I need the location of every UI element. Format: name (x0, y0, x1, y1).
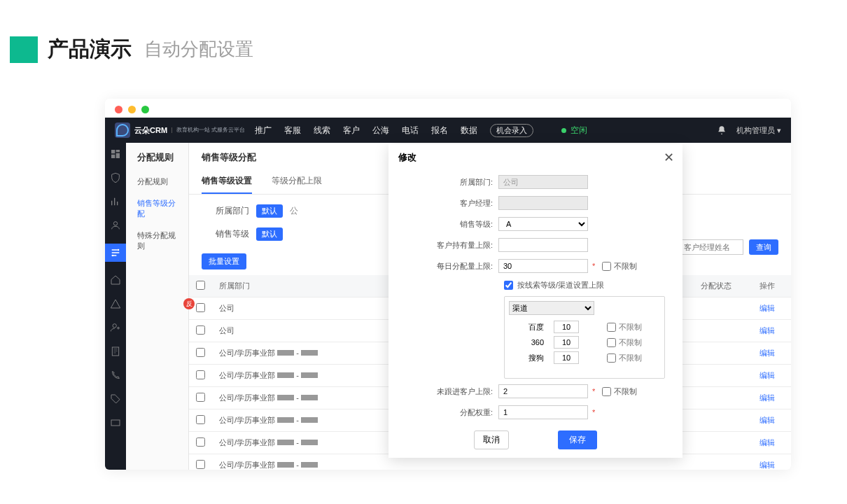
modal-level-select[interactable]: A (498, 217, 588, 231)
maximize-dot[interactable] (141, 106, 149, 113)
user-role-text: 机构管理员 (736, 125, 775, 136)
row-check[interactable] (196, 326, 205, 335)
row-check[interactable] (196, 438, 205, 447)
nav-signup[interactable]: 报名 (431, 125, 448, 136)
row-check[interactable] (196, 348, 205, 357)
cell-dept: 公司/学历事业部 - (212, 432, 366, 454)
modal-hold-input[interactable] (498, 238, 588, 252)
rail-shield-icon[interactable] (110, 172, 121, 183)
page-title: 产品演示 (48, 35, 132, 64)
close-icon[interactable]: ✕ (664, 150, 674, 165)
cell-dept: 公司/学历事业部 - (212, 342, 366, 365)
rail-card-icon[interactable] (110, 417, 121, 428)
row-check[interactable] (196, 460, 205, 469)
filter-level-default[interactable]: 默认 (256, 227, 283, 241)
channel-limit-input[interactable] (554, 336, 579, 349)
modal-actions: 取消 保存 (388, 430, 682, 458)
sub-item-sales-level[interactable]: 销售等级分配 (126, 192, 188, 225)
channel-nolimit-check[interactable]: 不限制 (607, 322, 642, 332)
opportunity-pill[interactable]: 机会录入 (490, 124, 533, 137)
check-all[interactable] (196, 281, 205, 290)
rail-tag-icon[interactable] (110, 393, 121, 405)
modal-daily-input[interactable] (498, 259, 588, 273)
rail-warn-icon[interactable] (110, 298, 121, 309)
edit-link[interactable]: 编辑 (760, 438, 775, 447)
edit-link[interactable]: 编辑 (760, 371, 775, 379)
topbar-right: 机构管理员 ▾ (717, 125, 781, 136)
edit-link[interactable]: 编辑 (760, 349, 775, 357)
batch-set-button[interactable]: 批量设置 (202, 253, 246, 270)
save-button[interactable]: 保存 (558, 430, 597, 449)
user-role[interactable]: 机构管理员 ▾ (736, 125, 781, 136)
rail-phone-icon[interactable] (110, 370, 121, 381)
side-rail (105, 143, 126, 470)
nav-customers[interactable]: 客户 (343, 125, 360, 136)
nav-service[interactable]: 客服 (284, 125, 301, 136)
filter-dept-label: 所属部门 (216, 205, 249, 217)
channel-limit-input[interactable] (554, 321, 579, 333)
rail-doc-icon[interactable] (110, 346, 121, 357)
logo[interactable]: 云朵CRM 教育机构一站 式服务云平台 (115, 122, 245, 138)
channel-limit-input[interactable] (554, 351, 579, 364)
nav-phone[interactable]: 电话 (402, 125, 419, 136)
channel-select[interactable]: 渠道 (509, 301, 594, 315)
by-channel-check[interactable] (504, 281, 513, 290)
search-input[interactable] (679, 239, 743, 255)
status-dot-icon (561, 128, 566, 133)
search-button[interactable]: 查询 (749, 239, 778, 255)
modal-level-label: 销售等级: (434, 219, 498, 230)
rail-home-icon[interactable] (110, 274, 121, 286)
rail-dashboard-icon[interactable] (110, 148, 121, 160)
required-marker: * (592, 262, 595, 270)
edit-link[interactable]: 编辑 (760, 326, 775, 335)
nav-promo[interactable]: 推广 (255, 125, 272, 136)
cancel-button[interactable]: 取消 (474, 430, 509, 449)
svg-point-3 (113, 324, 116, 328)
svg-point-0 (113, 222, 117, 225)
channel-name: 360 (509, 338, 548, 346)
nofollow-nolimit-check[interactable]: 不限制 (602, 386, 637, 397)
modal-nofollow-input[interactable] (498, 384, 588, 398)
row-check[interactable] (196, 415, 205, 424)
rail-settings-icon[interactable] (105, 244, 126, 262)
rail-user-icon[interactable] (110, 220, 121, 231)
modal-title: 修改 (388, 144, 682, 171)
edit-link[interactable]: 编辑 (760, 304, 775, 312)
chevron-down-icon: ▾ (777, 126, 781, 135)
nav-pool[interactable]: 公海 (372, 125, 389, 136)
channel-name: 百度 (509, 322, 548, 332)
main-area: 销售等级分配 销售等级设置 等级分配上限 所属部门 默认 公 销售等级 默认 批… (189, 143, 791, 470)
close-dot[interactable] (115, 106, 122, 113)
svg-point-1 (118, 249, 120, 251)
bell-icon[interactable] (717, 125, 727, 135)
channel-nolimit-check[interactable]: 不限制 (607, 353, 642, 363)
tab-level-limit[interactable]: 等级分配上限 (272, 169, 322, 194)
row-check[interactable] (196, 303, 205, 312)
rail-chart-icon[interactable] (110, 196, 121, 207)
edit-link[interactable]: 编辑 (760, 416, 775, 424)
minimize-dot[interactable] (128, 106, 136, 113)
modal-weight-input[interactable] (498, 405, 588, 419)
row-check[interactable] (196, 370, 205, 379)
sub-item-assign-rule[interactable]: 分配规则 (126, 171, 188, 192)
filter-dept-default[interactable]: 默认 (256, 204, 283, 218)
modal-nofollow-label: 未跟进客户上限: (434, 386, 498, 397)
sub-sidebar-title: 分配规则 (126, 143, 188, 171)
cell-dept: 公司/学历事业部 - (212, 387, 366, 410)
nav-leads[interactable]: 线索 (314, 125, 330, 136)
col-check (189, 275, 212, 298)
daily-nolimit-check[interactable]: 不限制 (602, 261, 637, 272)
sub-item-special-rule[interactable]: 特殊分配规则 (126, 225, 188, 257)
search-row: 查询 (679, 239, 778, 255)
edit-link[interactable]: 编辑 (760, 461, 775, 469)
row-check[interactable] (196, 393, 205, 402)
rail-addperson-icon[interactable] (110, 322, 121, 333)
svg-point-2 (112, 255, 114, 257)
edit-modal: ✕ 修改 所属部门: 客户经理: 销售等级: A (388, 144, 682, 458)
edit-link[interactable]: 编辑 (760, 393, 775, 402)
channel-nolimit-check[interactable]: 不限制 (607, 337, 642, 348)
feedback-badge[interactable]: 反 (183, 298, 195, 309)
tab-sales-level-config[interactable]: 销售等级设置 (202, 169, 252, 194)
body-area: 分配规则 分配规则 销售等级分配 特殊分配规则 销售等级分配 销售等级设置 等级… (105, 143, 791, 470)
nav-data[interactable]: 数据 (461, 125, 477, 136)
